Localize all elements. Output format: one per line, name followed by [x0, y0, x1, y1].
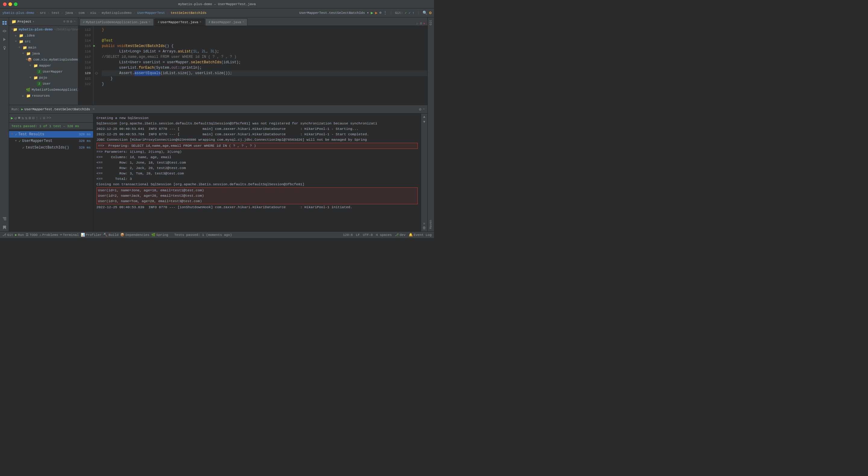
- more-run-options[interactable]: ⋮: [383, 10, 387, 15]
- breadcrumb-package[interactable]: mybatisplusdemo: [102, 11, 132, 15]
- test-class-time: 328 ms: [79, 139, 91, 143]
- scroll-up-icon[interactable]: ▲: [423, 115, 425, 119]
- tab-mybatisplusdemoapplication[interactable]: J MybatisPlusDemoApplication.java ×: [80, 19, 154, 26]
- git-check[interactable]: ✓: [405, 11, 407, 15]
- collapse-button[interactable]: ⊟: [32, 116, 35, 121]
- code-line-112: }: [102, 27, 432, 33]
- run-icon[interactable]: [1, 36, 8, 43]
- problems-status-btn[interactable]: ⚠ Problems: [39, 233, 58, 237]
- build-status-btn[interactable]: 🔨 Build: [103, 233, 119, 237]
- tree-src[interactable]: ▼ 📁 src: [9, 38, 78, 44]
- console-line-3: 2022-12-25 00:40:53.641 INFO 8770 --- [ …: [96, 126, 418, 132]
- breadcrumb-src[interactable]: src: [40, 11, 46, 15]
- expand-button[interactable]: ⊞: [29, 116, 31, 121]
- todo-status-btn[interactable]: ☰ TODO: [26, 233, 37, 237]
- close-button[interactable]: [3, 2, 7, 6]
- run-settings-icon[interactable]: ⚙: [419, 107, 421, 112]
- tab-close-mybatisplusdemo[interactable]: ×: [149, 21, 150, 24]
- tree-resources[interactable]: ▶ 📁 resources: [9, 93, 78, 99]
- run-status-btn[interactable]: ▶ Run: [15, 233, 24, 237]
- tree-root[interactable]: ▼ 📁 mybatis-plus-demo ~/Desktop/developm…: [9, 27, 78, 33]
- settings-button[interactable]: ⚙: [429, 10, 432, 15]
- down-button[interactable]: ↓: [39, 116, 42, 120]
- run-button[interactable]: ▶: [371, 10, 373, 15]
- breadcrumb-method[interactable]: testSelectBatchIds: [170, 11, 207, 15]
- clear-output-icon[interactable]: 🗑: [423, 226, 426, 230]
- breadcrumb-project[interactable]: ybatis-plus-demo: [2, 11, 34, 15]
- git-push[interactable]: ↑: [412, 11, 414, 15]
- commit-icon[interactable]: [1, 27, 8, 35]
- sort-button2[interactable]: ⇅: [25, 116, 27, 121]
- up-button[interactable]: ↑: [36, 116, 38, 120]
- coverage-button[interactable]: ⊙: [379, 10, 381, 15]
- panel-settings-icon[interactable]: ⚙: [70, 19, 72, 24]
- tree-main[interactable]: ▼ 📁 main: [9, 44, 78, 51]
- editor-tabs: J MybatisPlusDemoApplication.java × J Us…: [79, 18, 434, 26]
- tab-close-basemapper[interactable]: ×: [242, 21, 244, 24]
- breadcrumb-test[interactable]: test: [52, 11, 59, 15]
- git-branch[interactable]: ✓: [409, 11, 411, 15]
- vtab-maven[interactable]: Maven: [428, 218, 434, 231]
- test-item-method[interactable]: ✓ testSelectBatchIds() 328 ms: [9, 144, 93, 151]
- tree-package[interactable]: ▼ 📦 com.xiu.mybatisplusdemo: [9, 57, 78, 63]
- run-pin-icon[interactable]: −: [423, 107, 425, 112]
- debug-button[interactable]: ▶: [375, 10, 377, 15]
- tree-mapper[interactable]: ▼ 📁 mapper: [9, 63, 78, 69]
- breadcrumb-xiu[interactable]: xiu: [90, 11, 96, 15]
- console-output[interactable]: Creating a new SqlSession SqlSession [or…: [93, 114, 421, 231]
- bookmarks-icon[interactable]: [1, 224, 8, 231]
- branch-btn[interactable]: ⎇ dev: [395, 233, 406, 237]
- left-sidebar-icons: [0, 18, 9, 231]
- test-tree: ▼ ✓ Test Results 328 ms ▼ ✓ UserMapperTe…: [9, 130, 93, 231]
- svg-rect-10: [3, 217, 6, 218]
- breadcrumb-java[interactable]: java: [65, 11, 73, 15]
- git-label: Git:: [395, 11, 403, 15]
- tab-usermappertest[interactable]: J UserMapperTest.java ×: [154, 19, 205, 26]
- tests-passed-text: Tests passed: 1 (moments ago): [174, 233, 232, 237]
- maximize-button[interactable]: [14, 2, 18, 6]
- line-separator: LF: [356, 233, 360, 237]
- breadcrumb-com[interactable]: com: [79, 11, 85, 15]
- git-status-btn[interactable]: ⎇ Git: [2, 233, 13, 237]
- debugger-icon[interactable]: [1, 44, 8, 52]
- structure-icon[interactable]: [1, 215, 8, 223]
- terminal-status-btn[interactable]: ⌨ Terminal: [60, 233, 79, 237]
- run-tab-close[interactable]: ×: [93, 107, 95, 112]
- vtab-git[interactable]: Git: [428, 18, 434, 28]
- filter-button[interactable]: ⊙: [43, 116, 45, 121]
- test-item-usermappertest[interactable]: ▼ ✓ UserMapperTest 328 ms: [9, 138, 93, 144]
- tree-java[interactable]: ▼ 📁 java: [9, 51, 78, 57]
- dependencies-status-btn[interactable]: 📦 Dependencies: [120, 233, 149, 237]
- spring-status-btn[interactable]: 🌿 Spring: [151, 233, 168, 237]
- tab-basemapper[interactable]: J BaseMapper.java ×: [205, 19, 247, 26]
- tree-application[interactable]: 🌿 MybatisPlusDemoApplication: [9, 87, 78, 93]
- run-config-dropdown[interactable]: UserMapperTest.testSelectBatchIds ▾: [299, 11, 369, 15]
- more-button[interactable]: >>: [46, 116, 51, 120]
- tree-idea[interactable]: ▶ 📁 .idea: [9, 33, 78, 38]
- rerun-button[interactable]: ▶: [11, 116, 13, 121]
- breadcrumb-class[interactable]: UserMapperTest: [137, 11, 165, 15]
- collapse-all-icon[interactable]: ⊟: [67, 19, 69, 24]
- run-tab-active[interactable]: ▶ UserMapperTest.testSelectBatchIds: [21, 107, 90, 111]
- test-results-time: 328 ms: [79, 132, 91, 136]
- tree-usermapper[interactable]: J UserMapper: [9, 69, 78, 75]
- project-icon[interactable]: [1, 19, 8, 27]
- scroll-down-icon[interactable]: ▼: [423, 120, 425, 124]
- run-left-panel: ▶ ↺ ■ ⇅ ⇅ ⊞ ⊟ ↑ ↓ ⊙ >> Tests passed: 1 o…: [9, 114, 93, 231]
- wrap-lines-icon[interactable]: ≡: [423, 223, 426, 225]
- tab-close-usermapper[interactable]: ×: [199, 21, 201, 24]
- sort-button[interactable]: ⇅: [22, 116, 24, 121]
- traffic-lights[interactable]: [3, 2, 18, 6]
- test-item-results[interactable]: ▼ ✓ Test Results 328 ms: [9, 131, 93, 138]
- tree-user[interactable]: J User: [9, 81, 78, 87]
- tree-pojo[interactable]: ▼ 📁 pojo: [9, 75, 78, 81]
- stop-button[interactable]: ■: [18, 116, 21, 120]
- panel-minimize-icon[interactable]: −: [73, 19, 76, 24]
- event-log-btn[interactable]: 🔔 Event Log: [409, 233, 432, 237]
- rerun-failed-button[interactable]: ↺: [14, 116, 17, 121]
- locate-file-icon[interactable]: ⊙: [63, 19, 65, 24]
- profiler-status-btn[interactable]: 📊 Profiler: [81, 233, 102, 237]
- minimize-button[interactable]: [8, 2, 12, 6]
- cursor-position: 120:6: [343, 233, 353, 237]
- search-everywhere[interactable]: 🔍: [423, 10, 427, 15]
